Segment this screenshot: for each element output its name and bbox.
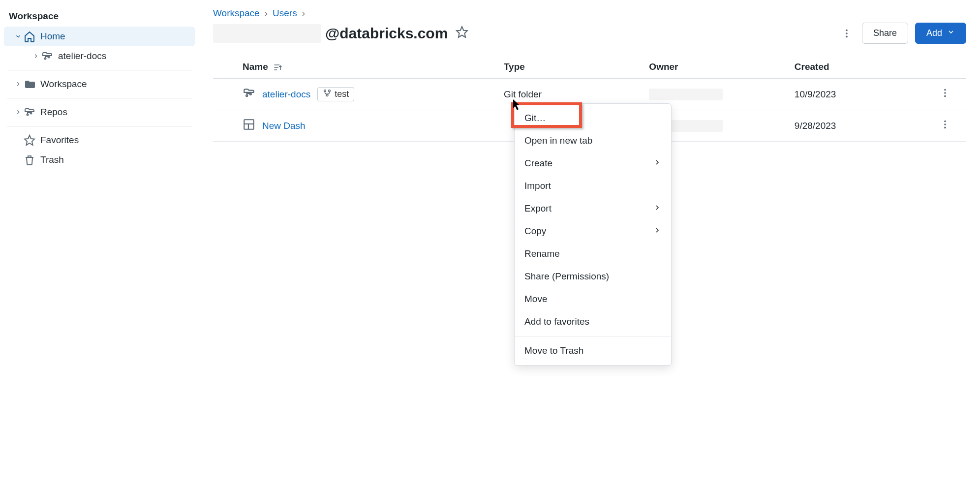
svg-point-22 [944, 127, 946, 129]
menu-item-git[interactable]: Git… [515, 107, 671, 129]
svg-point-2 [27, 114, 29, 116]
git-folder-icon [41, 50, 53, 62]
sidebar-item-label: Repos [40, 107, 67, 118]
svg-point-0 [45, 58, 46, 60]
share-button[interactable]: Share [862, 23, 908, 44]
column-header-name[interactable]: Name [213, 56, 504, 79]
item-name-link[interactable]: New Dash [262, 121, 306, 131]
breadcrumb-separator: › [302, 8, 305, 19]
item-name-link[interactable]: atelier-docs [262, 89, 310, 100]
kebab-menu-button[interactable] [838, 25, 855, 42]
folder-icon [24, 78, 35, 90]
sidebar-item-atelier-docs[interactable]: atelier-docs [4, 46, 195, 66]
page-header: @databricks.com Share Add [213, 23, 966, 44]
menu-item-move[interactable]: Move [515, 288, 671, 310]
column-header-created[interactable]: Created [795, 56, 940, 79]
chevron-right-icon [653, 158, 661, 169]
sidebar-title: Workspace [0, 5, 199, 27]
add-button[interactable]: Add [915, 23, 966, 44]
home-icon [24, 31, 35, 42]
chevron-right-icon [13, 109, 24, 116]
sidebar-item-repos[interactable]: Repos [4, 102, 195, 122]
chevron-right-icon [13, 81, 24, 88]
main-content: Workspace › Users › @databricks.com Shar… [199, 0, 980, 489]
share-button-label: Share [873, 28, 897, 38]
svg-marker-4 [25, 135, 34, 145]
context-menu: Git… Open in new tab Create Import Expor… [514, 103, 672, 366]
header-actions: Share Add [838, 23, 966, 44]
svg-marker-5 [457, 27, 468, 37]
menu-item-export[interactable]: Export [515, 197, 671, 220]
page-title-suffix: @databricks.com [325, 25, 448, 42]
divider [7, 126, 192, 126]
trash-icon [24, 154, 35, 166]
menu-item-move-to-trash[interactable]: Move to Trash [515, 339, 671, 362]
menu-item-rename[interactable]: Rename [515, 243, 671, 265]
svg-point-13 [326, 94, 328, 96]
svg-point-9 [246, 95, 247, 96]
chevron-right-icon [653, 226, 661, 237]
sidebar-item-label: Home [40, 31, 65, 42]
column-header-owner[interactable]: Owner [649, 56, 794, 79]
row-kebab-menu[interactable] [940, 119, 950, 130]
breadcrumb-separator: › [265, 8, 268, 19]
sidebar-item-trash[interactable]: Trash [4, 150, 195, 170]
menu-item-share-permissions[interactable]: Share (Permissions) [515, 265, 671, 288]
svg-point-8 [846, 35, 848, 37]
svg-point-20 [944, 121, 946, 122]
branch-icon [323, 89, 332, 100]
svg-point-7 [846, 32, 848, 34]
svg-point-21 [944, 123, 946, 125]
breadcrumb-link-workspace[interactable]: Workspace [213, 8, 260, 19]
menu-item-open-new-tab[interactable]: Open in new tab [515, 129, 671, 152]
breadcrumb: Workspace › Users › [213, 8, 966, 19]
branch-label: test [335, 89, 349, 99]
column-header-type[interactable]: Type [504, 56, 649, 79]
sidebar-item-label: Trash [40, 154, 64, 165]
row-kebab-menu[interactable] [940, 88, 950, 98]
git-folder-icon [243, 87, 255, 102]
sort-ascending-icon [271, 61, 282, 72]
sidebar-item-home[interactable]: Home [4, 27, 195, 46]
sidebar-item-workspace[interactable]: Workspace [4, 74, 195, 94]
sidebar-item-label: Workspace [40, 79, 87, 90]
page-title: @databricks.com [213, 24, 468, 43]
svg-point-12 [329, 90, 331, 92]
divider [7, 98, 192, 98]
divider [7, 70, 192, 70]
menu-item-add-favorites[interactable]: Add to favorites [515, 310, 671, 333]
item-created: 9/28/2023 [795, 110, 940, 142]
sidebar: Workspace Home atelier-docs Workspace [0, 0, 199, 489]
menu-divider [515, 336, 671, 336]
star-icon [24, 134, 35, 146]
menu-item-import[interactable]: Import [515, 175, 671, 197]
chevron-right-icon [653, 203, 661, 214]
sidebar-item-label: Favorites [40, 135, 79, 146]
menu-item-copy[interactable]: Copy [515, 220, 671, 243]
item-created: 10/9/2023 [795, 79, 940, 110]
svg-point-6 [846, 29, 848, 31]
repos-icon [24, 106, 35, 118]
branch-tag[interactable]: test [317, 87, 354, 101]
svg-point-11 [324, 90, 326, 92]
svg-point-14 [944, 89, 946, 91]
sidebar-item-label: atelier-docs [58, 51, 106, 61]
sidebar-item-favorites[interactable]: Favorites [4, 130, 195, 150]
chevron-down-icon [947, 28, 955, 38]
breadcrumb-link-users[interactable]: Users [273, 8, 297, 19]
star-icon[interactable] [456, 25, 468, 42]
dashboard-icon [243, 118, 255, 133]
add-button-label: Add [926, 28, 942, 38]
menu-item-create[interactable]: Create [515, 152, 671, 175]
redacted-owner [649, 89, 723, 100]
svg-point-15 [944, 92, 946, 94]
chevron-down-icon [15, 31, 22, 42]
chevron-right-icon [31, 53, 41, 60]
svg-point-16 [944, 95, 946, 97]
redacted-username [213, 24, 321, 43]
